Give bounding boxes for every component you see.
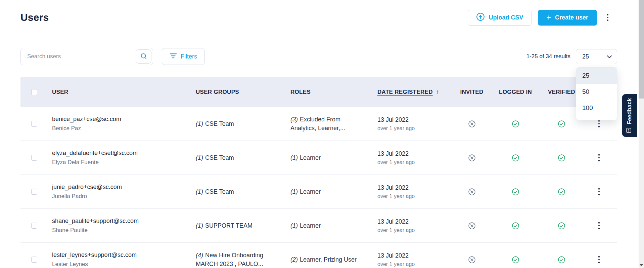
user-groups-cell: (4)New Hire Onboarding MARCH 2023 , PAUL… xyxy=(196,251,273,268)
column-header-roles[interactable]: ROLES xyxy=(290,89,374,95)
verified-status-icon xyxy=(542,188,581,196)
row-actions-button[interactable] xyxy=(594,151,604,165)
user-email: benice_paz+cse@sc.com xyxy=(52,116,196,123)
upload-icon xyxy=(476,12,485,23)
pagination-controls: 1-25 of 34 results 25 xyxy=(526,49,617,64)
user-groups-cell: (1)CSE Team xyxy=(196,187,273,196)
scrollbar xyxy=(639,0,644,268)
invited-status-icon xyxy=(455,188,489,196)
page-size-value: 25 xyxy=(582,53,589,60)
header-actions: Upload CSV + Create user xyxy=(468,10,612,26)
roles-cell: (2)Learner, Prizing User xyxy=(290,255,358,264)
select-all-checkbox[interactable] xyxy=(31,89,37,95)
scrollbar-thumb[interactable] xyxy=(639,0,644,99)
search-box xyxy=(20,48,153,65)
search-icon xyxy=(140,52,147,61)
search-input[interactable] xyxy=(21,48,132,65)
create-user-label: Create user xyxy=(555,14,588,21)
row-actions-button[interactable] xyxy=(594,185,604,199)
table-toolbar: Filters 1-25 of 34 results 25 xyxy=(20,48,617,65)
filters-label: Filters xyxy=(181,53,197,60)
scrollbar-down-button[interactable] xyxy=(639,262,644,268)
column-header-verified[interactable]: VERIFIED xyxy=(542,89,581,95)
user-groups-cell: (1)SUPPORT TEAM xyxy=(196,221,273,230)
logged-in-status-icon xyxy=(489,188,542,196)
date-registered-cell: 13 Jul 2022 over 1 year ago xyxy=(374,116,455,131)
feedback-tab[interactable]: Feedback xyxy=(622,94,637,137)
invited-status-icon xyxy=(455,154,489,162)
page-size-select[interactable]: 25 xyxy=(576,49,617,64)
roles-cell: (1)Learner xyxy=(290,187,358,196)
logged-in-status-icon xyxy=(489,154,542,162)
date-registered-label: DATE REGISTERED xyxy=(377,89,433,95)
page-title: Users xyxy=(20,12,49,23)
verified-status-icon xyxy=(542,222,581,230)
date-registered-cell: 13 Jul 2022 over 1 year ago xyxy=(374,184,455,199)
row-checkbox[interactable] xyxy=(31,155,37,161)
row-actions-button[interactable] xyxy=(594,219,604,233)
user-name: Lester Leynes xyxy=(52,261,196,268)
column-header-user-groups[interactable]: USER GROUPS xyxy=(196,89,290,95)
roles-cell: (3)Excluded From Analytics, Learner,... xyxy=(290,115,358,132)
date-registered-cell: 13 Jul 2022 over 1 year ago xyxy=(374,252,455,267)
date-registered-cell: 13 Jul 2022 over 1 year ago xyxy=(374,218,455,233)
upload-csv-label: Upload CSV xyxy=(489,14,523,21)
user-groups-cell: (1)CSE Team xyxy=(196,153,273,162)
user-name: Shane Paulite xyxy=(52,227,196,234)
invited-status-icon xyxy=(455,222,489,230)
plus-icon: + xyxy=(547,14,551,22)
verified-status-icon xyxy=(542,256,581,264)
more-actions-button[interactable] xyxy=(603,10,612,25)
user-groups-cell: (1)CSE Team xyxy=(196,119,273,128)
invited-status-icon xyxy=(455,256,489,264)
table-header-row: USER USER GROUPS ROLES DATE REGISTERED↑ … xyxy=(20,77,617,107)
logged-in-status-icon xyxy=(489,256,542,264)
logged-in-status-icon xyxy=(489,222,542,230)
column-header-invited[interactable]: INVITED xyxy=(455,89,489,95)
row-checkbox[interactable] xyxy=(31,257,37,263)
table-row[interactable]: elyza_delafuente+cset@sc.com Elyza Dela … xyxy=(20,141,617,175)
sort-ascending-icon: ↑ xyxy=(436,88,439,95)
page-size-option[interactable]: 50 xyxy=(576,84,617,100)
users-table: USER USER GROUPS ROLES DATE REGISTERED↑ … xyxy=(20,77,617,268)
page-size-option[interactable]: 25 xyxy=(576,68,617,84)
user-email: lester_leynes+support@sc.com xyxy=(52,252,196,259)
table-row[interactable]: shane_paulite+support@sc.com Shane Pauli… xyxy=(20,209,617,243)
verified-status-icon xyxy=(542,120,581,128)
column-header-logged-in[interactable]: LOGGED IN xyxy=(489,89,542,95)
table-row[interactable]: benice_paz+cse@sc.com Benice Paz (1)CSE … xyxy=(20,107,617,141)
chevron-down-icon xyxy=(607,53,612,60)
page-size-dropdown: 25 50 100 xyxy=(576,67,617,120)
logged-in-status-icon xyxy=(489,120,542,128)
roles-cell: (1)Learner xyxy=(290,153,358,162)
feedback-label: Feedback xyxy=(627,98,633,124)
filter-icon xyxy=(170,53,177,61)
table-row[interactable]: lester_leynes+support@sc.com Lester Leyn… xyxy=(20,243,617,268)
column-header-date-registered[interactable]: DATE REGISTERED↑ xyxy=(374,88,455,95)
row-checkbox[interactable] xyxy=(31,189,37,195)
feedback-message-icon xyxy=(626,127,634,133)
date-registered-cell: 13 Jul 2022 over 1 year ago xyxy=(374,150,455,165)
table-body: benice_paz+cse@sc.com Benice Paz (1)CSE … xyxy=(20,107,617,268)
verified-status-icon xyxy=(542,154,581,162)
user-email: shane_paulite+support@sc.com xyxy=(52,218,196,225)
row-checkbox[interactable] xyxy=(31,121,37,127)
filters-button[interactable]: Filters xyxy=(162,48,205,65)
invited-status-icon xyxy=(455,120,489,128)
page-size-option[interactable]: 100 xyxy=(576,100,617,116)
page-header: Users Upload CSV + Create user xyxy=(0,0,639,35)
user-email: elyza_delafuente+cset@sc.com xyxy=(52,150,196,157)
upload-csv-button[interactable]: Upload CSV xyxy=(468,10,532,26)
row-checkbox[interactable] xyxy=(31,223,37,229)
table-row[interactable]: junie_padro+cse@sc.com Junella Padro (1)… xyxy=(20,175,617,209)
search-button[interactable] xyxy=(136,49,151,64)
column-header-user[interactable]: USER xyxy=(52,89,196,95)
user-name: Junella Padro xyxy=(52,193,196,200)
results-count: 1-25 of 34 results xyxy=(526,53,570,60)
user-name: Elyza Dela Fuente xyxy=(52,159,196,166)
create-user-button[interactable]: + Create user xyxy=(538,10,597,26)
roles-cell: (1)Learner xyxy=(290,221,358,230)
user-email: junie_padro+cse@sc.com xyxy=(52,184,196,191)
row-actions-button[interactable] xyxy=(594,253,604,267)
users-page: Users Upload CSV + Create user xyxy=(0,0,639,268)
